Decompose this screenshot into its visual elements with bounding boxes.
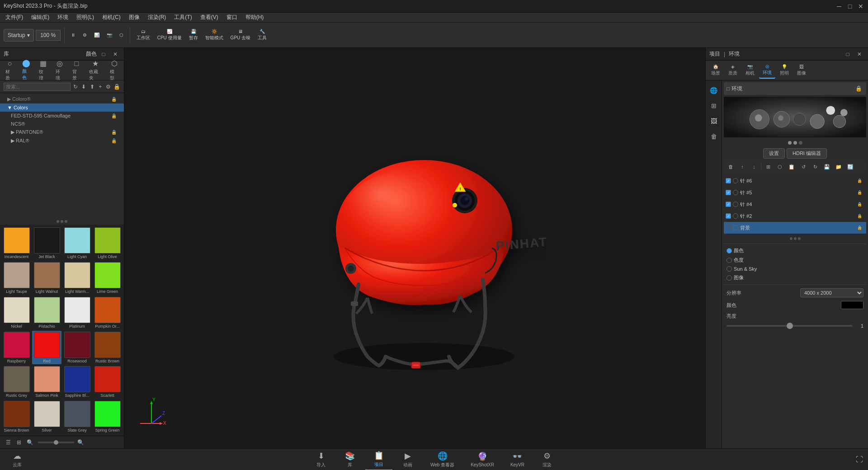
- color-swatch-lightcyan[interactable]: Light Cyan: [62, 226, 92, 260]
- pin-5-lock[interactable]: 🔒: [854, 188, 864, 197]
- settings-hdri-button[interactable]: 设置: [763, 148, 785, 159]
- color-swatch-lightwarm[interactable]: Light Warm...: [62, 261, 92, 295]
- color-swatch-siennabrown[interactable]: Sienna Brown: [2, 400, 31, 434]
- tab-image-right[interactable]: 🖼 图像: [793, 62, 810, 78]
- bottom-tab-[interactable]: ⬇导入: [307, 449, 335, 470]
- tab-model[interactable]: ⬡ 模型: [106, 57, 122, 83]
- refresh-button[interactable]: ↻: [72, 82, 79, 91]
- tab-camera-right[interactable]: 📷 相机: [742, 62, 758, 78]
- color-swatch-platinum[interactable]: Platinum: [62, 296, 92, 330]
- tab-scene[interactable]: 🏠 场景: [708, 62, 724, 78]
- env-lock-button[interactable]: 🔒: [854, 84, 863, 93]
- menu-item-[interactable]: 窗口: [223, 13, 241, 22]
- right-icon-delete[interactable]: 🗑: [708, 130, 720, 143]
- color-swatch-jetblack[interactable]: Jet Black: [32, 226, 61, 260]
- menu-item-c[interactable]: 相机(C): [99, 13, 124, 22]
- hdri-editor-button[interactable]: HDRI 编辑器: [787, 148, 827, 159]
- brightness-slider[interactable]: [726, 325, 853, 327]
- menu-item-v[interactable]: 查看(V): [197, 13, 222, 22]
- right-icon-world[interactable]: 🌐: [708, 84, 720, 97]
- tree-item-ncs[interactable]: NCS®: [0, 120, 124, 128]
- minimize-button[interactable]: ─: [835, 3, 843, 10]
- cpu-button[interactable]: 📈 CPU 使用量: [155, 26, 184, 45]
- hdri-dot-3[interactable]: [799, 141, 802, 145]
- viewport[interactable]: ! PINHAT: [124, 48, 705, 448]
- env-btn-1[interactable]: ⊞: [763, 162, 773, 171]
- color-swatch-red[interactable]: Red: [32, 331, 61, 365]
- resolution-dropdown[interactable]: 4000 x 2000: [800, 288, 863, 297]
- color-swatch-rosewood[interactable]: Rosewood: [62, 331, 92, 365]
- search-right-button[interactable]: 🔍: [76, 438, 85, 447]
- bottom-tab-[interactable]: 📋项目: [365, 449, 392, 470]
- right-dot-3[interactable]: [798, 237, 801, 240]
- bottom-tab-[interactable]: 📚库: [336, 449, 363, 470]
- bottom-tab-[interactable]: ▶动画: [394, 449, 421, 470]
- menu-item-[interactable]: 图像: [125, 13, 143, 22]
- tab-color[interactable]: ⬤ 颜色: [19, 57, 34, 84]
- bottom-tab-web[interactable]: 🌐Web 查看器: [423, 449, 462, 470]
- gpu-button[interactable]: 🖥 GPU 去噪: [228, 26, 253, 45]
- color-swatch-pistachio[interactable]: Pistachio: [32, 296, 61, 330]
- lock-button[interactable]: 🔒: [113, 82, 120, 91]
- pin-4-checkbox[interactable]: ✓: [726, 202, 731, 207]
- color-swatch-rusticgrey[interactable]: Rustic Grey: [2, 365, 31, 399]
- tab-texture[interactable]: ▦ 纹理: [35, 57, 51, 83]
- pin-2-checkbox[interactable]: ✓: [726, 213, 731, 219]
- pause-button[interactable]: ⏸: [68, 26, 78, 45]
- color-swatch-rusticbrown[interactable]: Rustic Brown: [93, 331, 122, 365]
- add-button[interactable]: +: [97, 82, 104, 91]
- hdri-dot-2[interactable]: [793, 141, 797, 145]
- tree-item-coloro[interactable]: ▶ Coloro® 🔒: [0, 95, 124, 103]
- zoom-input[interactable]: [36, 30, 61, 41]
- tree-item-fed[interactable]: FED-STD-595 Camouflage 🔒: [0, 112, 124, 120]
- pin-6-radio[interactable]: [733, 178, 738, 183]
- tab-background[interactable]: □ 背景: [69, 58, 85, 83]
- search-bottom-button[interactable]: 🔍: [25, 438, 34, 447]
- bottom-tab-keyshotxr[interactable]: 🔮KeyShotXR: [463, 450, 501, 469]
- list-view-button[interactable]: ☰: [4, 438, 13, 447]
- pin-item-4[interactable]: ✓ 针 #4 🔒: [724, 198, 866, 210]
- hdri-dot-1[interactable]: [788, 141, 792, 145]
- dot-3[interactable]: [65, 220, 67, 223]
- size-slider[interactable]: [38, 442, 74, 443]
- menu-item-r[interactable]: 渲染(R): [144, 13, 170, 22]
- pin-item-5[interactable]: ✓ 针 #5 🔒: [724, 187, 866, 198]
- menu-item-l[interactable]: 照明(L): [73, 13, 98, 22]
- pin-4-radio[interactable]: [733, 202, 738, 207]
- color-swatch-raspberry[interactable]: Raspberry: [2, 331, 31, 365]
- bottom-tab-[interactable]: ⚙渲染: [533, 449, 561, 470]
- tab-material[interactable]: ○ 材质: [2, 58, 18, 83]
- export-button[interactable]: ⬆: [89, 82, 95, 91]
- env-btn-5[interactable]: ↻: [810, 162, 820, 171]
- import-button[interactable]: ⬇: [80, 82, 87, 91]
- pin-2-radio[interactable]: [733, 213, 738, 219]
- tab-favorites[interactable]: ★ 收藏夹: [85, 57, 105, 83]
- cloud-tab[interactable]: ☁ 云库: [4, 449, 31, 470]
- pin-6-checkbox[interactable]: ✓: [726, 178, 731, 183]
- maximize-button[interactable]: □: [846, 3, 854, 10]
- color-picker-box[interactable]: [841, 301, 863, 309]
- bottom-tab-keyvr[interactable]: 👓KeyVR: [503, 450, 532, 469]
- tab-env-right[interactable]: ◎ 环境: [759, 62, 775, 79]
- env-delete-btn[interactable]: 🗑: [726, 162, 736, 171]
- grid-view-button[interactable]: ⊞: [14, 438, 24, 447]
- menu-item-e[interactable]: 编辑(E): [28, 13, 53, 22]
- color-swatch-silver[interactable]: Silver: [32, 400, 61, 434]
- performance-button[interactable]: 📊: [91, 26, 102, 45]
- right-panel-minimize[interactable]: □: [843, 50, 853, 59]
- color-swatch-springgreen[interactable]: Spring Green: [93, 400, 122, 434]
- environment-section-header[interactable]: □ 环境 🔒: [724, 82, 866, 95]
- library-search-input[interactable]: [4, 83, 71, 91]
- right-panel-close[interactable]: ✕: [854, 50, 864, 59]
- color-swatch-limegreen[interactable]: Lime Green: [93, 261, 122, 295]
- tools-button[interactable]: 🔧 工具: [255, 26, 269, 45]
- radio-color[interactable]: 颜色: [724, 246, 866, 255]
- pin-5-checkbox[interactable]: ✓: [726, 190, 731, 195]
- menu-item-t[interactable]: 工具(T): [170, 13, 195, 22]
- radio-sun-sky[interactable]: Sun & Sky: [724, 265, 866, 273]
- pin-5-radio[interactable]: [733, 190, 738, 195]
- radio-image[interactable]: 图像: [724, 273, 866, 282]
- env-btn-7[interactable]: 📁: [834, 162, 844, 171]
- dot-2[interactable]: [61, 220, 63, 223]
- color-swatch-sapphirebl[interactable]: Sapphire Bl...: [62, 365, 92, 399]
